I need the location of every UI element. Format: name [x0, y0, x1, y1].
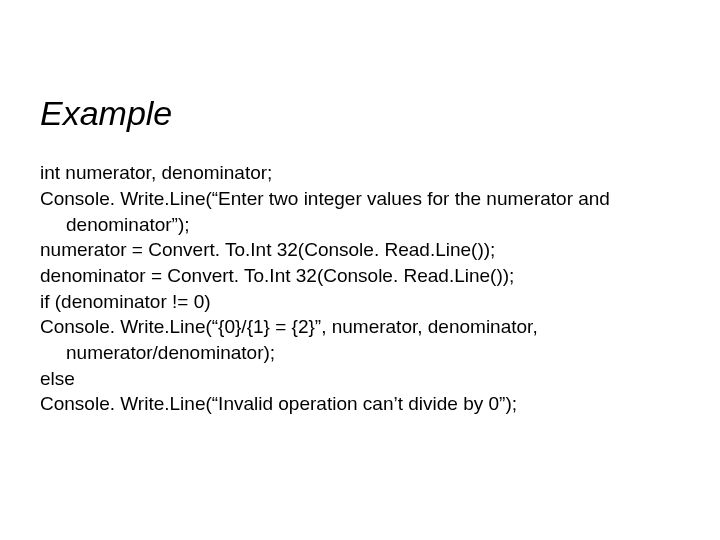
slide-title: Example: [40, 95, 670, 132]
code-line: numerator = Convert. To.Int 32(Console. …: [40, 237, 670, 263]
code-text: Console. Write.Line(“Enter two integer v…: [40, 188, 610, 209]
code-line: if (denominator != 0): [40, 289, 670, 315]
code-line: Console. Write.Line(“Invalid operation c…: [40, 391, 670, 417]
code-text: denominator”);: [40, 212, 670, 238]
code-line: Console. Write.Line(“Enter two integer v…: [40, 186, 670, 237]
code-text: Console. Write.Line(“{0}/{1} = {2}”, num…: [40, 316, 538, 337]
code-block: int numerator, denominator; Console. Wri…: [40, 160, 670, 416]
code-line: Console. Write.Line(“{0}/{1} = {2}”, num…: [40, 314, 670, 365]
code-line: denominator = Convert. To.Int 32(Console…: [40, 263, 670, 289]
code-line: int numerator, denominator;: [40, 160, 670, 186]
slide: Example int numerator, denominator; Cons…: [0, 0, 720, 540]
code-text: numerator/denominator);: [40, 340, 670, 366]
code-line: else: [40, 366, 670, 392]
